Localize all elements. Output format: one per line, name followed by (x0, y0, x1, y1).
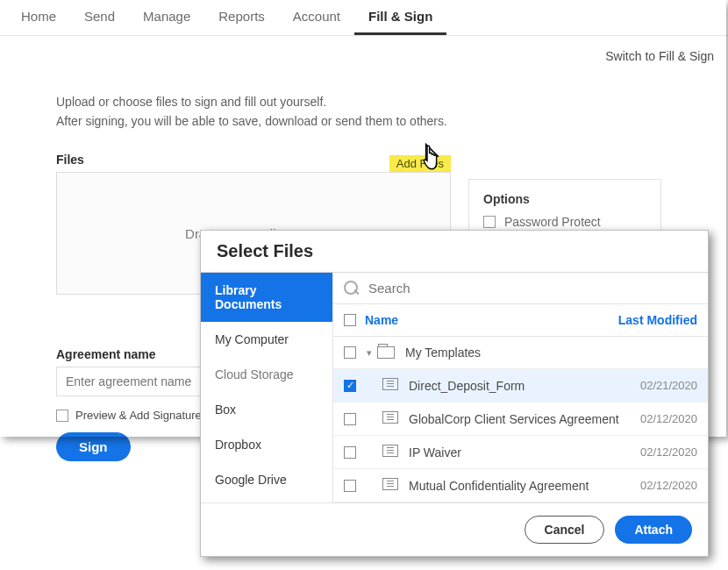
folder-row[interactable]: ▾ My Templates (333, 337, 708, 369)
col-name[interactable]: Name (365, 313, 618, 327)
dialog-title: Select Files (201, 231, 708, 273)
file-checkbox[interactable] (344, 413, 356, 425)
cancel-button[interactable]: Cancel (525, 516, 605, 544)
expand-caret-icon[interactable]: ▾ (367, 347, 372, 359)
nav-tab-account[interactable]: Account (279, 0, 354, 35)
password-checkbox[interactable] (483, 216, 496, 228)
file-name: IP Waiver (409, 445, 640, 460)
file-name: Direct_Deposit_Form (409, 379, 640, 393)
password-label: Password Protect (504, 215, 601, 229)
source-cloud-storage: Cloud Storage (201, 357, 332, 392)
source-my-computer[interactable]: My Computer (201, 322, 332, 357)
file-row[interactable]: Mutual Confidentiality Agreement02/12/20… (333, 469, 708, 502)
folder-name: My Templates (405, 346, 481, 360)
document-icon (382, 445, 398, 460)
options-title: Options (483, 192, 646, 206)
search-input[interactable] (367, 280, 697, 296)
source-google-drive[interactable]: Google Drive (201, 462, 332, 497)
file-modified: 02/12/2020 (640, 445, 697, 459)
nav-tab-manage[interactable]: Manage (129, 0, 204, 35)
add-files-link[interactable]: Add Files (389, 155, 451, 172)
folder-checkbox[interactable] (344, 346, 356, 359)
intro-line-1: Upload or choose files to sign and fill … (56, 94, 672, 111)
search-icon (344, 281, 360, 296)
document-icon (382, 378, 398, 393)
file-modified: 02/12/2020 (640, 412, 697, 425)
file-checkbox[interactable] (344, 446, 356, 459)
source-dropbox[interactable]: Dropbox (201, 427, 332, 462)
source-box[interactable]: Box (201, 392, 332, 427)
file-modified: 02/21/2020 (640, 379, 697, 392)
file-checkbox[interactable] (344, 480, 356, 492)
files-label: Files (56, 153, 84, 167)
select-all-checkbox[interactable] (344, 314, 356, 326)
file-row[interactable]: Direct_Deposit_Form02/21/2020 (333, 369, 708, 403)
file-name: Mutual Confidentiality Agreement (409, 479, 640, 493)
document-icon (382, 478, 398, 493)
file-modified: 02/12/2020 (640, 479, 697, 492)
file-name: GlobalCorp Client Services Agreement (409, 412, 640, 426)
document-icon (382, 411, 398, 426)
file-row[interactable]: IP Waiver02/12/2020 (333, 436, 708, 469)
switch-link[interactable]: Switch to Fill & Sign (605, 49, 714, 63)
col-modified[interactable]: Last Modified (618, 313, 697, 327)
file-row[interactable]: GlobalCorp Client Services Agreement02/1… (333, 403, 708, 436)
intro-line-2: After signing, you will be able to save,… (56, 113, 672, 131)
dialog-sidebar: Library DocumentsMy ComputerCloud Storag… (201, 273, 332, 502)
file-checkbox[interactable] (344, 380, 356, 392)
sign-button[interactable]: Sign (56, 432, 131, 461)
nav-tab-home[interactable]: Home (7, 0, 70, 35)
preview-checkbox[interactable] (56, 410, 68, 422)
nav-tab-fill-sign[interactable]: Fill & Sign (354, 0, 446, 35)
nav-tab-reports[interactable]: Reports (204, 0, 279, 35)
nav-tab-send[interactable]: Send (70, 0, 129, 35)
folder-icon (377, 346, 395, 359)
source-library-documents[interactable]: Library Documents (201, 273, 332, 322)
attach-button[interactable]: Attach (615, 516, 692, 544)
top-nav: HomeSendManageReportsAccountFill & Sign (0, 0, 728, 36)
select-files-dialog: Select Files Library DocumentsMy Compute… (200, 230, 709, 557)
